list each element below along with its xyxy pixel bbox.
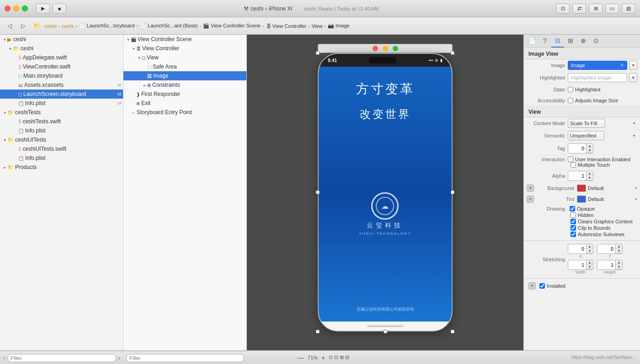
tag-down[interactable]: ▼ xyxy=(587,148,593,153)
canvas-area[interactable]: 9:41 ▪▪▪ ⊛ ▮ 方寸变革 改变世界 xyxy=(247,35,523,350)
outline-image[interactable]: 🖼 Image xyxy=(123,71,246,80)
alpha-down[interactable]: ▼ xyxy=(587,176,593,180)
stretch-w-down[interactable]: ▼ xyxy=(587,265,593,269)
minimize-button[interactable] xyxy=(13,5,19,11)
zoom-out-button[interactable]: — xyxy=(298,354,304,361)
nav-item-products[interactable]: 📁 Products xyxy=(0,163,123,172)
nav-item-ceshi-sub[interactable]: 📁 ceshi xyxy=(0,44,123,53)
stretch-y-down[interactable]: ▼ xyxy=(616,249,622,253)
nav-item-ceshitests-plist[interactable]: 📋 Info.plist xyxy=(0,126,123,135)
nav-item-ceshiuitests-plist[interactable]: 📋 Info.plist xyxy=(0,153,123,163)
handle-br[interactable] xyxy=(451,330,454,333)
nav-item-assets[interactable]: 🗂 Assets.xcassets M xyxy=(0,80,123,90)
tint-color-box[interactable] xyxy=(577,195,586,203)
checkbox-multiple-touch[interactable] xyxy=(571,162,576,168)
nav-item-ceshiuitests[interactable]: 📁 ceshiUITests xyxy=(0,135,123,144)
zoom-in-button[interactable]: + xyxy=(321,354,325,361)
handle-bl[interactable] xyxy=(316,330,320,333)
alpha-up[interactable]: ▲ xyxy=(587,171,593,176)
outline-exit[interactable]: ⊗ Exit xyxy=(123,99,246,108)
breadcrumb-ceshi1[interactable]: ceshi xyxy=(45,23,57,29)
nav-item-view-controller[interactable]: S ViewController.swift xyxy=(0,62,123,71)
background-color-box[interactable] xyxy=(577,185,586,192)
outline-vc-scene[interactable]: 🎬 View Controller Scene xyxy=(123,35,246,44)
handle-tr[interactable] xyxy=(451,51,454,55)
nav-item-info-plist[interactable]: 📋 Info.plist M xyxy=(0,99,123,108)
handle-tl[interactable] xyxy=(316,51,320,55)
tab-attributes[interactable]: ⊞ xyxy=(564,35,577,47)
tag-up[interactable]: ▲ xyxy=(587,144,593,148)
share-button[interactable]: ⊡ xyxy=(556,4,570,14)
tag-input[interactable]: 0 xyxy=(568,144,587,153)
breadcrumb-ceshi2[interactable]: ceshi xyxy=(62,23,74,29)
breadcrumb-image[interactable]: 📷 Image xyxy=(328,23,350,29)
breadcrumb-vc[interactable]: 🎛 View Controller xyxy=(266,23,306,29)
play-button[interactable]: ▶ xyxy=(36,4,50,14)
tab-size[interactable]: ⊕ xyxy=(577,35,590,47)
breadcrumb-launch-base[interactable]: 📄 LaunchSc...ard (Base) xyxy=(140,23,198,29)
nav-right-btn[interactable]: ▷ xyxy=(17,21,29,31)
tab-quick-help[interactable]: ? xyxy=(539,35,551,47)
outline-safe-area[interactable]: ⬚ Safe Area xyxy=(123,62,246,71)
close-button[interactable] xyxy=(5,5,11,11)
content-mode-select[interactable]: Scale To Fill xyxy=(568,119,605,128)
nav-item-ceshitests[interactable]: 📁 ceshiTests xyxy=(0,108,123,117)
outline-storyboard-entry[interactable]: → Storyboard Entry Point xyxy=(123,108,246,117)
checkbox-autoresize[interactable] xyxy=(571,232,576,237)
maximize-button[interactable] xyxy=(22,5,28,11)
inspector-toggle[interactable]: ▤ xyxy=(622,4,635,14)
checkbox-highlighted[interactable] xyxy=(568,87,573,92)
nav-item-ceshiuitests-swift[interactable]: S ceshiUITests.swift xyxy=(0,144,123,153)
layout-toggle[interactable]: ⊞ xyxy=(589,4,603,14)
nav-item-main-storyboard[interactable]: ◻ Main.storyboard xyxy=(0,71,123,80)
image-dropdown[interactable]: Image ✕ xyxy=(568,61,627,70)
stretch-w-input[interactable] xyxy=(568,260,587,269)
nav-item-app-delegate[interactable]: S AppDelegate.swift xyxy=(0,53,123,62)
panel-toggle[interactable]: ▭ xyxy=(605,4,619,14)
stretch-y-input[interactable] xyxy=(597,244,616,253)
installed-plus[interactable]: + xyxy=(528,282,536,290)
iphone-frame[interactable]: 9:41 ▪▪▪ ⊛ ▮ 方寸变革 改变世界 xyxy=(318,53,453,332)
outline-constraints[interactable]: ⊞ Constraints xyxy=(123,80,246,90)
stretch-w-up[interactable]: ▲ xyxy=(587,260,593,265)
breadcrumb-view[interactable]: View xyxy=(312,23,323,29)
nav-left-btn[interactable]: ◁ xyxy=(4,21,16,31)
highlighted-dropdown[interactable]: Highlighted Image xyxy=(568,73,627,82)
tint-plus[interactable]: + xyxy=(527,195,534,203)
stretch-h-down[interactable]: ▼ xyxy=(616,265,622,269)
checkbox-opaque[interactable] xyxy=(570,206,575,211)
stretch-h-up[interactable]: ▲ xyxy=(616,260,622,265)
back-forward[interactable]: ⇄ xyxy=(572,4,586,14)
tab-identity[interactable]: ⊟ xyxy=(551,35,564,47)
outline-view[interactable]: ◻ View xyxy=(123,53,246,62)
handle-bm[interactable] xyxy=(384,330,387,333)
stretch-x-down[interactable]: ▼ xyxy=(587,249,593,253)
nav-item-ceshi-group[interactable]: ▶ ceshi xyxy=(0,35,123,44)
handle-ml[interactable] xyxy=(316,190,320,194)
handle-mr[interactable] xyxy=(451,190,454,194)
breadcrumb-vc-scene[interactable]: 🎬 View Controller Scene xyxy=(203,23,261,29)
nav-item-launchscreen[interactable]: ◻ LaunchScreen.storyboard M xyxy=(0,90,123,99)
tab-connections[interactable]: ⊙ xyxy=(590,35,603,47)
checkbox-adjusts-image[interactable] xyxy=(568,98,573,103)
checkbox-user-interaction[interactable] xyxy=(568,157,573,162)
alpha-input[interactable] xyxy=(568,171,587,180)
semantic-select[interactable]: Unspecified xyxy=(568,131,604,140)
stretch-x-up[interactable]: ▲ xyxy=(587,244,593,249)
stretch-h-input[interactable] xyxy=(597,260,616,269)
outline-vc[interactable]: 🎛 View Controller xyxy=(123,44,246,53)
tab-file[interactable]: 📄 xyxy=(526,35,539,47)
breadcrumb-launch-storyboard[interactable]: 📄 LaunchSc...toryboard xyxy=(79,23,135,29)
checkbox-clip-to-bounds[interactable] xyxy=(571,225,576,231)
image-dropdown-arrow[interactable]: ▾ xyxy=(629,61,637,70)
nav-item-ceshitests-swift[interactable]: S ceshiTests.swift xyxy=(0,117,123,126)
stretch-x-input[interactable] xyxy=(568,244,587,253)
stop-button[interactable]: ■ xyxy=(53,4,66,14)
highlighted-dropdown-arrow[interactable]: ▾ xyxy=(629,73,637,82)
checkbox-clears-graphics[interactable] xyxy=(571,219,576,224)
stretch-y-up[interactable]: ▲ xyxy=(616,244,622,249)
checkbox-hidden[interactable] xyxy=(571,212,576,218)
checkbox-installed[interactable] xyxy=(539,283,545,289)
outline-first-responder[interactable]: ❱ First Responder xyxy=(123,90,246,99)
background-plus[interactable]: + xyxy=(527,185,534,192)
